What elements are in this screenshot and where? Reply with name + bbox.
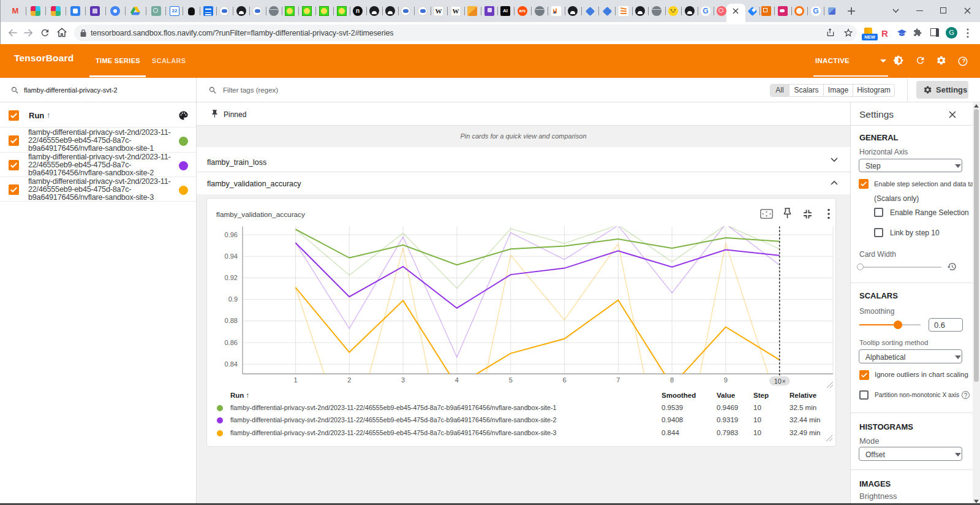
svg-text:3: 3 xyxy=(401,376,405,384)
svg-text:6: 6 xyxy=(562,376,566,384)
svg-text:0.84: 0.84 xyxy=(225,360,238,368)
svg-text:4: 4 xyxy=(455,376,459,384)
svg-text:1: 1 xyxy=(293,376,297,384)
svg-text:0.94: 0.94 xyxy=(225,252,238,260)
svg-text:2: 2 xyxy=(347,376,351,384)
svg-text:9: 9 xyxy=(724,376,728,384)
svg-text:?: ? xyxy=(962,57,966,64)
svg-text:×: × xyxy=(782,378,786,385)
svg-text:0.88: 0.88 xyxy=(225,317,238,324)
svg-text:0.86: 0.86 xyxy=(225,339,238,346)
svg-text:0.9: 0.9 xyxy=(228,295,238,303)
svg-text:0.96: 0.96 xyxy=(225,231,238,238)
svg-text:8: 8 xyxy=(670,376,674,384)
svg-text:10: 10 xyxy=(774,378,782,385)
svg-text:0.92: 0.92 xyxy=(225,274,238,281)
svg-text:5: 5 xyxy=(509,376,513,384)
svg-text:7: 7 xyxy=(616,376,620,384)
